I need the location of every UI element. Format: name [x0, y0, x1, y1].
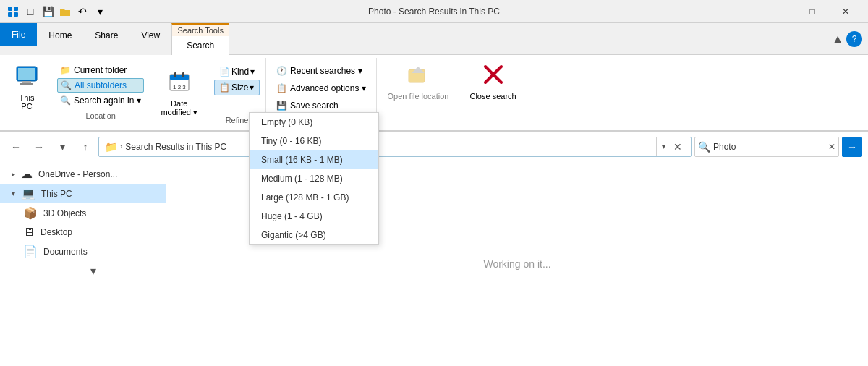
- open-file-icon: [407, 64, 429, 90]
- advanced-options-button[interactable]: 📋 Advanced options ▾: [272, 81, 370, 95]
- svg-rect-1: [14, 7, 18, 11]
- location-section: 📁 Current folder 🔍 All subfolders 🔍 Sear…: [51, 58, 150, 130]
- back-button[interactable]: ←: [6, 137, 26, 157]
- address-bar[interactable]: 📁 › Search Results in This PC ▾ ✕: [98, 137, 692, 157]
- subfolders-icon: 🔍: [61, 80, 72, 90]
- undo-icon: ↶: [75, 4, 90, 19]
- address-folder-icon: 📁: [105, 141, 117, 153]
- kind-icon: 📄: [219, 67, 230, 77]
- desktop-label: Desktop: [41, 227, 72, 237]
- close-search-icon: [482, 64, 504, 90]
- sidebar: ▸ ☁ OneDrive - Person... ▾ 💻 This PC 📦 3…: [0, 161, 166, 366]
- onedrive-label: OneDrive - Person...: [38, 169, 117, 179]
- save-search-button[interactable]: 💾 Save search: [272, 98, 370, 113]
- sidebar-item-onedrive[interactable]: ▸ ☁ OneDrive - Person...: [0, 164, 166, 184]
- this-pc-label: ThisPC: [20, 93, 35, 111]
- size-chevron: ▾: [250, 82, 254, 93]
- ribbon-content: ThisPC 📁 Current folder 🔍 All subfolders…: [0, 55, 868, 131]
- svg-rect-10: [174, 72, 176, 77]
- this-pc-button[interactable]: ThisPC: [9, 61, 45, 114]
- sidebar-item-this-pc[interactable]: ▾ 💻 This PC: [0, 184, 166, 203]
- recent-searches-button[interactable]: 🕐 Recent searches ▾: [272, 64, 370, 78]
- open-file-location-button[interactable]: Open file location: [383, 61, 453, 103]
- pc-icon: 💻: [21, 187, 35, 200]
- search-tools-group: Search Tools Search: [171, 23, 229, 55]
- recent-searches-chevron: ▾: [358, 66, 362, 76]
- size-option-gigantic[interactable]: Gigantic (>4 GB): [250, 226, 378, 244]
- size-option-small[interactable]: Small (16 KB - 1 MB): [250, 150, 378, 169]
- search-again-button[interactable]: 🔍 Search again in ▾: [57, 94, 144, 107]
- regular-tabs: Home Share View: [37, 23, 171, 46]
- close-search-section: Close search: [459, 58, 526, 130]
- up-button[interactable]: ↑: [75, 137, 95, 157]
- search-tools-header: Search Tools: [171, 23, 229, 36]
- this-pc-icon: [15, 64, 38, 92]
- all-subfolders-button[interactable]: 🔍 All subfolders: [57, 78, 144, 93]
- svg-rect-6: [22, 81, 31, 83]
- address-arrow: ›: [120, 142, 122, 150]
- recent-locations-button[interactable]: ▾: [52, 137, 72, 157]
- working-status: Working on it...: [483, 258, 550, 270]
- size-dropdown: Empty (0 KB) Tiny (0 - 16 KB) Small (16 …: [249, 112, 379, 245]
- size-option-huge[interactable]: Huge (1 - 4 GB): [250, 207, 378, 226]
- onedrive-icon: ☁: [21, 167, 33, 181]
- maximize-button[interactable]: □: [796, 0, 829, 23]
- folder-icon: 📁: [60, 65, 71, 75]
- documents-label: Documents: [43, 247, 88, 257]
- this-pc-label: This PC: [41, 189, 72, 199]
- expand-icon: ▾: [12, 190, 15, 197]
- advanced-icon: 📋: [276, 83, 287, 93]
- search-bar: 🔍 Photo ✕: [694, 137, 839, 157]
- tab-search[interactable]: Search: [171, 36, 229, 55]
- svg-rect-3: [14, 12, 18, 17]
- minimize-button[interactable]: ─: [762, 0, 796, 23]
- sidebar-scroll-down[interactable]: ▾: [90, 264, 96, 278]
- save-icon: 💾: [41, 4, 55, 19]
- size-option-large[interactable]: Large (128 MB - 1 GB): [250, 188, 378, 207]
- ribbon: ThisPC 📁 Current folder 🔍 All subfolders…: [0, 55, 868, 132]
- address-clear-button[interactable]: ✕: [671, 137, 685, 157]
- ribbon-collapse-button[interactable]: ▲: [832, 33, 843, 46]
- tab-file[interactable]: File: [0, 23, 37, 46]
- title-bar: □ 💾 ↶ ▾ Photo - Search Results in This P…: [0, 0, 868, 23]
- search-again-chevron: ▾: [137, 95, 141, 106]
- svg-rect-9: [170, 75, 189, 80]
- search-input-value[interactable]: Photo: [713, 142, 825, 152]
- tab-view[interactable]: View: [129, 23, 171, 46]
- size-button[interactable]: 📋 Size ▾: [214, 80, 260, 95]
- current-folder-button[interactable]: 📁 Current folder: [57, 64, 144, 77]
- kind-chevron: ▾: [250, 67, 255, 77]
- help-button[interactable]: ?: [846, 31, 862, 47]
- sidebar-item-desktop[interactable]: 🖥 Desktop: [0, 223, 166, 242]
- svg-rect-2: [8, 12, 12, 17]
- size-option-empty[interactable]: Empty (0 KB): [250, 113, 378, 132]
- search-clear-button[interactable]: ✕: [828, 142, 835, 152]
- date-modified-button[interactable]: 1 2 3 Datemodified ▾: [156, 68, 202, 120]
- date-icon: 1 2 3: [169, 71, 190, 98]
- size-option-medium[interactable]: Medium (1 - 128 MB): [250, 169, 378, 188]
- this-pc-section: ThisPC: [3, 58, 51, 130]
- svg-rect-7: [20, 83, 33, 85]
- address-content: 📁 › Search Results in This PC: [105, 141, 226, 153]
- forward-button[interactable]: →: [29, 137, 49, 157]
- sidebar-item-documents[interactable]: 📄 Documents: [0, 242, 166, 261]
- recent-searches-icon: 🕐: [276, 66, 287, 76]
- navigation-bar: ← → ▾ ↑ 📁 › Search Results in This PC ▾ …: [0, 132, 868, 161]
- ribbon-tab-bar: File Home Share View Search Tools Search…: [0, 23, 868, 55]
- customize-icon: ▾: [93, 4, 107, 19]
- svg-rect-0: [8, 7, 12, 11]
- size-option-tiny[interactable]: Tiny (0 - 16 KB): [250, 132, 378, 150]
- tab-share[interactable]: Share: [83, 23, 129, 46]
- date-modified-section: 1 2 3 Datemodified ▾: [150, 58, 208, 130]
- close-search-button[interactable]: Close search: [465, 61, 520, 103]
- expand-icon: ▸: [12, 170, 15, 178]
- window-title: Photo - Search Results in This PC: [368, 7, 500, 17]
- search-go-button[interactable]: →: [842, 137, 862, 157]
- sidebar-item-3dobjects[interactable]: 📦 3D Objects: [0, 203, 166, 223]
- kind-button[interactable]: 📄 Kind ▾: [214, 64, 260, 80]
- advanced-chevron: ▾: [362, 83, 366, 93]
- tab-home[interactable]: Home: [37, 23, 83, 46]
- search-icon: 🔍: [698, 141, 710, 153]
- close-button[interactable]: ✕: [829, 0, 862, 23]
- address-chevron-button[interactable]: ▾: [656, 137, 671, 157]
